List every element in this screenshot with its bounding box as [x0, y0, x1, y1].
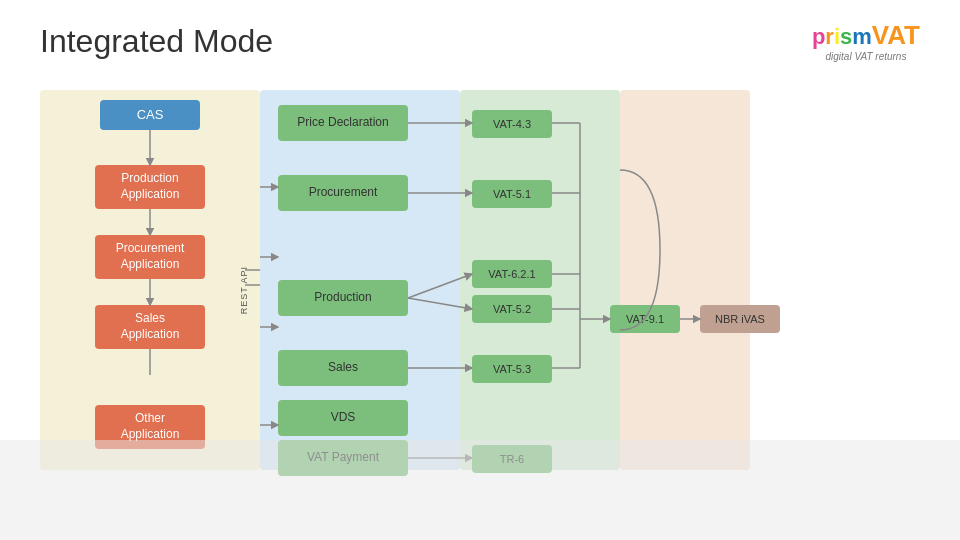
- vat91-box: VAT-9.1: [610, 305, 680, 333]
- sales-box: Sales: [278, 350, 408, 386]
- prod-app-box: ProductionApplication: [95, 165, 205, 209]
- vat621-box: VAT-6.2.1: [472, 260, 552, 288]
- bottom-decoration: [0, 440, 960, 540]
- production-box: Production: [278, 280, 408, 316]
- proc-app-box: ProcurementApplication: [95, 235, 205, 279]
- logo-subtitle: digital VAT returns: [812, 51, 920, 62]
- vat43-box: VAT-4.3: [472, 110, 552, 138]
- nbr-box: NBR iVAS: [700, 305, 780, 333]
- logo-text: prismVAT: [812, 20, 920, 51]
- col-peach-bg: [620, 90, 750, 470]
- vat53-box: VAT-5.3: [472, 355, 552, 383]
- price-declaration-box: Price Declaration: [278, 105, 408, 141]
- vat51-box: VAT-5.1: [472, 180, 552, 208]
- rest-api-label: REST API: [236, 250, 252, 330]
- cas-box: CAS: [100, 100, 200, 130]
- procurement-box: Procurement: [278, 175, 408, 211]
- slide: Integrated Mode prismVAT digital VAT ret…: [0, 0, 960, 540]
- sales-app-box: SalesApplication: [95, 305, 205, 349]
- logo: prismVAT digital VAT returns: [812, 20, 920, 62]
- vds-box: VDS: [278, 400, 408, 436]
- header: Integrated Mode prismVAT digital VAT ret…: [40, 20, 920, 62]
- vat52-box: VAT-5.2: [472, 295, 552, 323]
- page-title: Integrated Mode: [40, 23, 273, 60]
